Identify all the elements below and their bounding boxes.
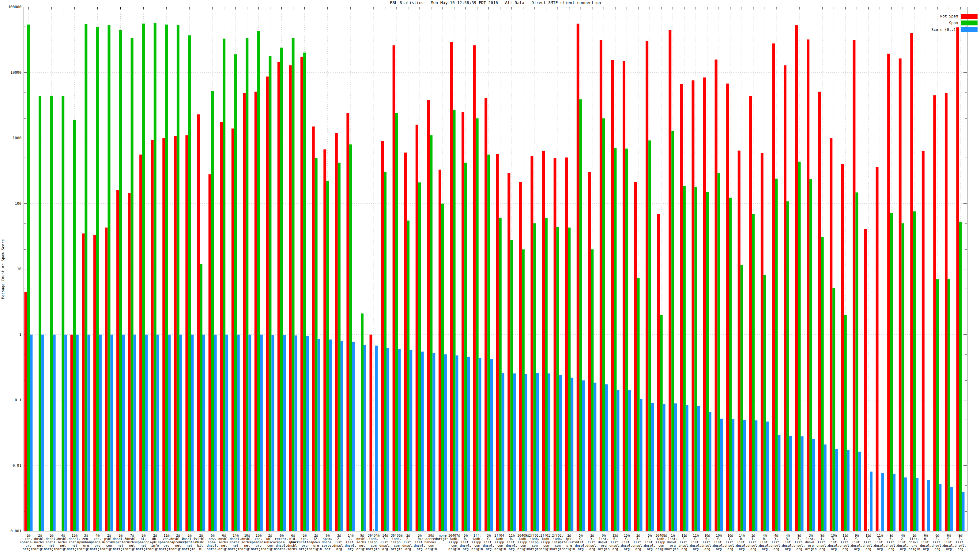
x-group-label-line: origin xyxy=(115,547,126,551)
bar-score xyxy=(801,436,803,531)
bar-not-spam xyxy=(220,122,223,531)
bar-score xyxy=(720,419,723,531)
x-group-label-line: origin xyxy=(529,547,541,551)
bar-not-spam xyxy=(761,153,764,531)
bar-spam xyxy=(832,288,835,531)
bar-score xyxy=(950,487,953,531)
x-group-label-line: origin xyxy=(310,547,322,551)
x-group-label-line: origin xyxy=(184,547,196,551)
bar-score xyxy=(904,478,907,531)
bar-spam xyxy=(38,96,41,531)
bar-not-spam xyxy=(485,98,487,531)
bar-spam xyxy=(591,249,593,531)
bar-spam xyxy=(752,214,755,531)
bar-score xyxy=(41,335,44,531)
bar-not-spam xyxy=(232,129,234,531)
bar-not-spam xyxy=(807,40,810,531)
bar-not-spam xyxy=(335,133,338,531)
y-tick-label: 10 xyxy=(17,267,21,271)
x-group-label-line: origin xyxy=(552,547,563,551)
bar-spam xyxy=(740,265,743,531)
bar-not-spam xyxy=(611,60,614,531)
x-group-label-line: origin xyxy=(80,547,92,551)
x-group-label-line: origin xyxy=(241,547,253,551)
bar-not-spam xyxy=(668,30,671,531)
bar-score xyxy=(525,374,527,531)
bar-not-spam xyxy=(749,96,752,531)
bar-score xyxy=(605,384,608,531)
bar-spam xyxy=(280,48,283,531)
bar-score xyxy=(732,419,734,531)
x-group-label-line: origin xyxy=(356,547,368,551)
bar-spam xyxy=(62,96,64,531)
x-group-label-line: origin xyxy=(437,537,449,541)
bar-spam xyxy=(694,187,697,531)
bar-spam xyxy=(418,183,421,531)
bar-spam xyxy=(499,218,502,531)
bar-spam xyxy=(948,279,950,531)
x-group-label-line: origin xyxy=(92,547,103,551)
bar-spam xyxy=(234,54,237,531)
bar-score xyxy=(421,352,424,531)
bar-spam xyxy=(660,315,663,531)
bar-spam xyxy=(798,162,801,531)
bar-spam xyxy=(844,315,847,531)
bar-score xyxy=(571,378,573,531)
x-group-label-line: origin xyxy=(103,547,115,551)
bar-not-spam xyxy=(565,157,568,531)
bar-score xyxy=(893,474,896,531)
y-tick-label: 1 xyxy=(19,332,21,337)
bar-score xyxy=(248,335,251,531)
bar-not-spam xyxy=(508,173,510,531)
x-group-label-line: origin xyxy=(299,547,310,551)
bar-spam xyxy=(936,279,939,531)
x-group-label-line: origin xyxy=(471,547,483,551)
bar-spam xyxy=(177,25,180,531)
y-tick-label: 0.1 xyxy=(15,398,21,402)
bar-spam xyxy=(579,100,582,531)
bar-not-spam xyxy=(197,114,200,531)
bar-spam xyxy=(855,192,858,531)
bar-score xyxy=(651,403,654,531)
bar-score xyxy=(180,335,182,531)
bar-score xyxy=(593,383,596,531)
chart-title: RBL Statistics - Mon May 16 12:58:39 EDT… xyxy=(390,0,601,5)
bar-spam xyxy=(338,163,340,531)
bar-not-spam xyxy=(772,43,775,531)
bar-not-spam xyxy=(346,113,349,531)
bar-not-spam xyxy=(128,193,131,531)
bar-score xyxy=(122,335,125,531)
bar-score xyxy=(686,405,689,531)
bar-score xyxy=(456,356,458,531)
bar-not-spam xyxy=(461,112,464,531)
bar-score xyxy=(271,335,274,531)
bar-spam xyxy=(361,313,364,531)
x-group-label-line: origin xyxy=(598,547,609,551)
bar-not-spam xyxy=(922,151,924,531)
bar-not-spam xyxy=(266,76,269,531)
y-tick-label: 100000 xyxy=(8,5,21,9)
bar-score xyxy=(962,492,965,531)
bar-score xyxy=(697,406,700,531)
bar-spam xyxy=(568,227,571,531)
bar-score xyxy=(640,399,643,531)
bar-spam xyxy=(108,25,110,531)
bar-not-spam xyxy=(94,235,96,531)
legend-label-not-spam: Not Spam xyxy=(940,14,958,18)
x-group-label-line: origin xyxy=(368,547,379,551)
bar-not-spam xyxy=(289,65,292,531)
bar-not-spam xyxy=(82,233,84,531)
bar-score xyxy=(340,341,343,531)
bar-not-spam xyxy=(554,158,557,531)
bar-score xyxy=(225,335,228,531)
legend-swatch-not-spam xyxy=(961,14,978,19)
bar-score xyxy=(928,480,930,531)
bar-not-spam xyxy=(312,126,315,531)
bar-not-spam xyxy=(945,93,948,531)
bar-not-spam xyxy=(841,164,844,531)
bar-spam xyxy=(200,264,202,531)
bar-not-spam xyxy=(784,65,786,531)
x-group-label-line: origin xyxy=(172,547,184,551)
bar-score xyxy=(916,478,918,531)
bar-spam xyxy=(625,148,628,531)
